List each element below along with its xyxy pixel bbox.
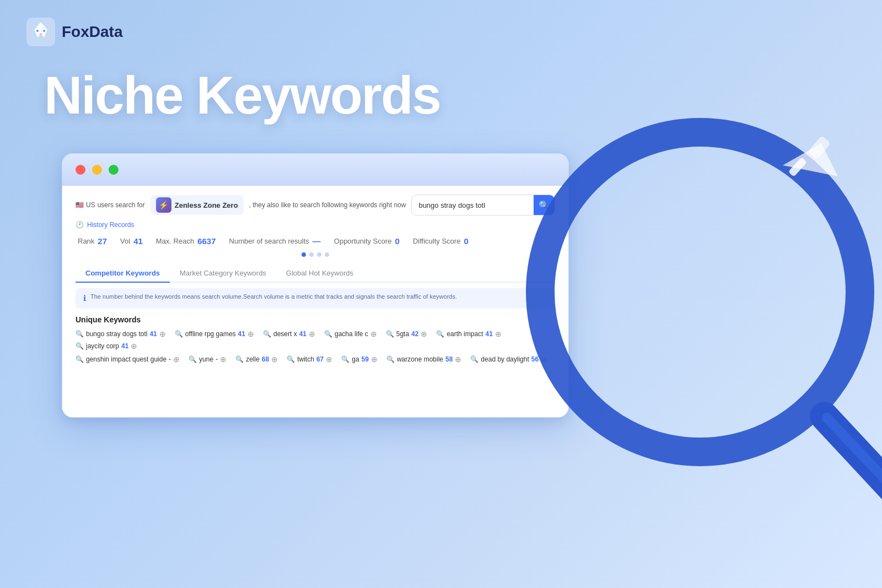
keyword-text-6: earth impact xyxy=(447,330,483,338)
carousel-dots xyxy=(76,252,555,257)
logo-text: FoxData xyxy=(62,23,122,41)
keyword-text-7: jaycity corp xyxy=(86,342,119,350)
search-icon-5: 🔍 xyxy=(386,330,394,338)
keyword-chip-9: 🔍 yune - ⊕ xyxy=(189,355,227,364)
search-icon-10: 🔍 xyxy=(235,355,244,363)
stat-rank-value: 27 xyxy=(98,236,107,246)
keyword-text-11: twitch xyxy=(297,355,314,363)
add-icon-12[interactable]: ⊕ xyxy=(371,355,378,364)
svg-rect-11 xyxy=(788,157,807,177)
keyword-text-8: genshin impact quest guide xyxy=(86,355,166,363)
add-icon-8[interactable]: ⊕ xyxy=(173,355,180,364)
search-icon-9: 🔍 xyxy=(189,355,197,363)
stat-opportunity: Opportunity Score 0 xyxy=(334,236,400,246)
stat-vol-value: 41 xyxy=(133,236,143,246)
keyword-chip-11: 🔍 twitch 67 ⊕ xyxy=(287,355,332,364)
add-icon-3[interactable]: ⊕ xyxy=(309,330,315,338)
keyword-num-3: 41 xyxy=(299,330,306,338)
keyword-num-5: 42 xyxy=(411,330,418,338)
keyword-num-1: 41 xyxy=(149,330,157,338)
keyword-chip-2: 🔍 offline rpg games 41 ⊕ xyxy=(175,330,254,338)
add-icon-4[interactable]: ⊕ xyxy=(370,330,377,338)
add-icon-10[interactable]: ⊕ xyxy=(271,355,278,364)
keyword-text-5: 5gta xyxy=(396,330,409,338)
keyword-num-9: - xyxy=(216,355,218,363)
stat-opportunity-value: 0 xyxy=(395,236,400,246)
info-text: The number behind the keywords means sea… xyxy=(90,293,457,301)
add-icon-7[interactable]: ⊕ xyxy=(131,342,137,350)
add-icon-11[interactable]: ⊕ xyxy=(326,355,332,364)
stat-opportunity-label: Opportunity Score xyxy=(334,237,392,245)
svg-point-3 xyxy=(36,30,39,32)
search-input[interactable] xyxy=(412,201,534,209)
search-icon-13: 🔍 xyxy=(386,355,395,363)
keywords-row-2: 🔍 genshin impact quest guide - ⊕ 🔍 yune … xyxy=(76,355,555,364)
keyword-chip-1: 🔍 bungo stray dogs totl 41 ⊕ xyxy=(76,330,166,338)
search-icon-7: 🔍 xyxy=(76,342,84,350)
keyword-chip-14: 🔍 dead by daylight 56 ⊕ xyxy=(470,355,547,364)
suffix-text: , they also like to search following key… xyxy=(249,201,406,209)
app-badge: ⚡ Zenless Zone Zero xyxy=(150,195,244,215)
svg-point-7 xyxy=(555,147,846,438)
keyword-chip-6: 🔍 earth impact 41 ⊕ xyxy=(436,330,501,338)
keyword-text-10: zelle xyxy=(246,355,260,363)
keyword-text-4: gacha life c xyxy=(335,330,368,338)
keyword-chip-8: 🔍 genshin impact quest guide - ⊕ xyxy=(76,355,180,364)
search-icon-2: 🔍 xyxy=(175,330,183,338)
dot-3[interactable] xyxy=(317,252,321,257)
dot-1[interactable] xyxy=(302,252,306,257)
add-icon-6[interactable]: ⊕ xyxy=(495,330,502,338)
keyword-num-11: 67 xyxy=(316,355,324,363)
keyword-num-10: 68 xyxy=(262,355,269,363)
stat-vol: Vol 41 xyxy=(120,236,143,246)
flag-emoji: 🇺🇸 xyxy=(76,201,84,209)
tab-global-hot-keywords[interactable]: Global Hot Keywords xyxy=(276,265,363,283)
stat-rank: Rank 27 xyxy=(78,236,107,246)
traffic-light-green[interactable] xyxy=(109,165,119,175)
keyword-chip-3: 🔍 desert x 41 ⊕ xyxy=(263,330,315,338)
flag-country: 🇺🇸 US users search for xyxy=(76,201,145,209)
add-icon-1[interactable]: ⊕ xyxy=(159,330,166,338)
stats-row: Rank 27 Vol 41 Max. Reach 6637 Number of… xyxy=(76,236,555,246)
dot-2[interactable] xyxy=(309,252,314,257)
browser-window: 🇺🇸 US users search for ⚡ Zenless Zone Ze… xyxy=(62,153,569,418)
traffic-light-red[interactable] xyxy=(76,165,85,175)
stat-searchresults-label: Number of search results xyxy=(229,237,309,245)
logo-area: FoxData xyxy=(26,18,122,46)
search-icon-12: 🔍 xyxy=(341,355,349,363)
app-icon: ⚡ xyxy=(156,197,171,213)
svg-rect-8 xyxy=(808,136,831,160)
svg-line-9 xyxy=(824,416,882,496)
search-icon-8: 🔍 xyxy=(76,355,84,363)
stat-difficulty-value: 0 xyxy=(464,236,468,246)
keyword-chip-12: 🔍 ga 59 ⊕ xyxy=(341,355,378,364)
keywords-row-1: 🔍 bungo stray dogs totl 41 ⊕ 🔍 offline r… xyxy=(76,330,555,350)
unique-keywords-title: Unique Keywords xyxy=(76,315,555,324)
history-records-button[interactable]: 🕐 History Records xyxy=(76,221,134,229)
tab-market-category-keywords[interactable]: Market Category Keywords xyxy=(170,265,276,283)
history-label: History Records xyxy=(87,221,134,229)
search-icon-14: 🔍 xyxy=(470,355,478,363)
dot-4[interactable] xyxy=(325,252,329,257)
tab-competitor-keywords[interactable]: Competitor Keywords xyxy=(76,265,170,283)
search-icon-1: 🔍 xyxy=(76,330,84,338)
keyword-chip-4: 🔍 gacha life c ⊕ xyxy=(324,330,377,338)
tabs-row: Competitor Keywords Market Category Keyw… xyxy=(76,265,555,283)
keyword-num-7: 41 xyxy=(121,342,128,350)
keyword-num-6: 41 xyxy=(485,330,492,338)
keyword-num-12: 59 xyxy=(362,355,369,363)
svg-point-6 xyxy=(540,132,860,452)
add-icon-13[interactable]: ⊕ xyxy=(455,355,461,364)
add-icon-2[interactable]: ⊕ xyxy=(248,330,254,338)
search-button[interactable]: 🔍 xyxy=(534,195,555,215)
add-icon-9[interactable]: ⊕ xyxy=(220,355,227,364)
search-input-wrapper[interactable]: 🔍 xyxy=(411,195,555,215)
keyword-text-3: desert x xyxy=(273,330,297,338)
keyword-text-13: warzone mobile xyxy=(397,355,443,363)
traffic-light-yellow[interactable] xyxy=(92,165,102,175)
browser-titlebar xyxy=(62,154,568,186)
add-icon-14[interactable]: ⊕ xyxy=(541,355,547,364)
keyword-text-2: offline rpg games xyxy=(185,330,236,338)
add-icon-5[interactable]: ⊕ xyxy=(421,330,427,338)
app-name: Zenless Zone Zero xyxy=(175,201,238,209)
